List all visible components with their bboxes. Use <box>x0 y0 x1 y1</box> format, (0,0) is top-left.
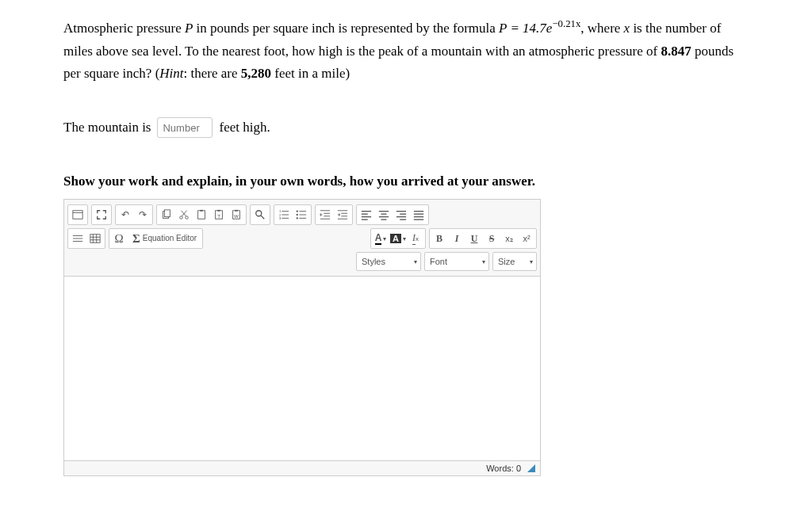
svg-rect-9 <box>217 210 220 212</box>
undo-button[interactable]: ↶ <box>117 206 134 223</box>
hint-label: Hint <box>159 66 183 81</box>
redo-button[interactable]: ↷ <box>134 206 151 223</box>
svg-rect-55 <box>90 235 100 243</box>
equation-editor-button[interactable]: ΣEquation Editor <box>128 230 201 247</box>
svg-rect-6 <box>198 211 205 219</box>
bullet-list-button[interactable] <box>293 206 310 223</box>
svg-rect-0 <box>73 211 82 219</box>
word-count: Words: 0 <box>486 464 521 473</box>
svg-rect-7 <box>200 210 203 212</box>
size-dropdown[interactable]: Size▾ <box>492 252 537 271</box>
sigma-icon: Σ <box>132 232 140 246</box>
strike-button[interactable]: S <box>483 230 500 247</box>
paste-word-button[interactable]: W <box>228 206 245 223</box>
chevron-down-icon: ▾ <box>403 235 406 242</box>
numbered-list-button[interactable]: 123 <box>275 206 293 223</box>
chevron-down-icon: ▾ <box>414 258 417 265</box>
align-center-button[interactable] <box>375 206 393 223</box>
maximize-button[interactable] <box>93 206 110 223</box>
paste-text-button[interactable]: T <box>210 206 228 223</box>
editor-footer: Words: 0 <box>64 460 540 475</box>
chevron-down-icon: ▾ <box>482 258 485 265</box>
chevron-down-icon: ▾ <box>530 258 533 265</box>
align-justify-button[interactable] <box>410 206 427 223</box>
rich-text-editor: ↶ ↷ T W 123 <box>63 199 541 476</box>
svg-rect-3 <box>164 210 170 217</box>
svg-text:T: T <box>217 213 220 219</box>
svg-text:3: 3 <box>279 216 282 220</box>
subscript-button[interactable]: x₂ <box>500 230 518 247</box>
svg-point-4 <box>180 216 183 219</box>
underline-button[interactable]: U <box>465 230 483 247</box>
feet-per-mile: 5,280 <box>241 66 271 81</box>
svg-line-15 <box>261 216 264 219</box>
outdent-button[interactable] <box>316 206 334 223</box>
bold-button[interactable]: B <box>431 230 448 247</box>
styles-dropdown[interactable]: Styles▾ <box>356 252 421 271</box>
paste-button[interactable] <box>193 206 210 223</box>
svg-point-24 <box>297 218 298 219</box>
svg-point-14 <box>256 211 262 216</box>
svg-point-22 <box>297 211 298 212</box>
copy-button[interactable] <box>158 206 175 223</box>
formula: P = 14.7e−0.21x <box>499 21 580 36</box>
resize-handle[interactable] <box>527 464 535 472</box>
editor-toolbar: ↶ ↷ T W 123 <box>64 200 540 277</box>
answer-line: The mountain is feet high. <box>63 117 749 138</box>
show-work-prompt: Show your work and explain, in your own … <box>63 174 749 189</box>
source-button[interactable] <box>69 206 86 223</box>
editor-textarea[interactable] <box>64 277 540 460</box>
variable-x: x <box>624 21 630 36</box>
indent-button[interactable] <box>334 206 351 223</box>
answer-suffix: feet high. <box>219 120 270 135</box>
align-left-button[interactable] <box>358 206 375 223</box>
svg-rect-12 <box>235 210 238 212</box>
line-button[interactable] <box>69 230 86 247</box>
question-text: Atmospheric pressure P in pounds per squ… <box>63 16 749 86</box>
font-dropdown[interactable]: Font▾ <box>424 252 489 271</box>
remove-format-button[interactable]: Ix <box>407 230 424 247</box>
chevron-down-icon: ▾ <box>383 235 386 242</box>
svg-point-23 <box>297 214 298 216</box>
answer-prefix: The mountain is <box>63 120 151 135</box>
text-color-button[interactable]: A▾ <box>372 230 389 247</box>
special-char-button[interactable]: Ω <box>110 230 128 247</box>
align-right-button[interactable] <box>393 206 410 223</box>
cut-button[interactable] <box>175 206 193 223</box>
bg-color-button[interactable]: A▾ <box>389 230 407 247</box>
pressure-value: 8.847 <box>661 44 691 59</box>
find-button[interactable] <box>251 206 269 223</box>
superscript-button[interactable]: x² <box>518 230 535 247</box>
svg-point-5 <box>186 216 189 219</box>
table-button[interactable] <box>86 230 104 247</box>
variable-P: P <box>185 21 193 36</box>
svg-text:W: W <box>234 213 239 219</box>
italic-button[interactable]: I <box>448 230 465 247</box>
answer-input[interactable] <box>157 117 213 138</box>
